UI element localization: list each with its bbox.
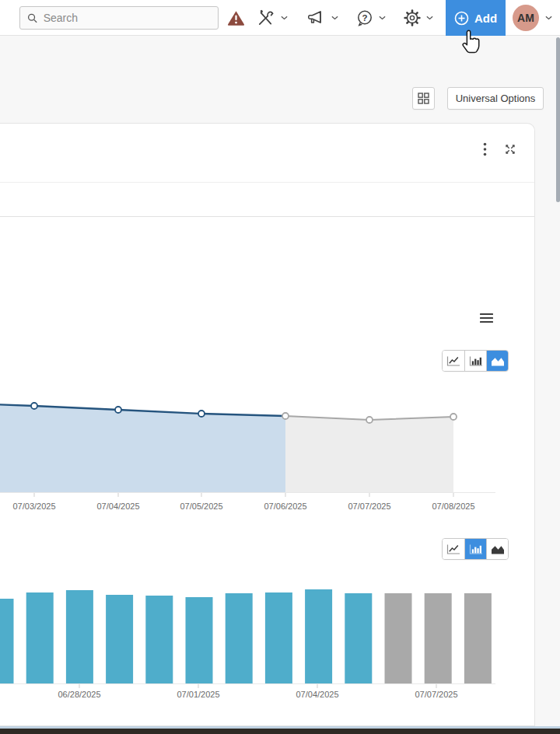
chevron-down-icon — [545, 16, 552, 20]
announcements-button[interactable] — [306, 0, 338, 36]
svg-text:?: ? — [362, 13, 367, 23]
x-axis-label: 07/04/2025 — [86, 502, 151, 511]
chart1-area-type-button[interactable] — [486, 351, 508, 371]
expand-icon — [504, 143, 516, 156]
x-axis-label: 06/28/2025 — [47, 690, 112, 699]
card-divider — [0, 216, 534, 217]
chevron-down-icon — [426, 16, 433, 20]
x-axis-label: 07/08/2025 — [421, 502, 486, 511]
area-chart-svg — [0, 373, 513, 501]
tools-menu-button[interactable] — [256, 0, 288, 36]
chart1-bar-type-button[interactable] — [464, 351, 486, 371]
hamburger-icon — [480, 311, 493, 324]
card-menu-button[interactable] — [476, 139, 493, 159]
grid-view-button[interactable] — [412, 87, 435, 110]
chart2-line-type-button[interactable] — [443, 539, 464, 559]
chart2-type-toggle — [442, 538, 509, 560]
chevron-down-icon — [379, 16, 386, 20]
card-divider — [0, 182, 534, 183]
warning-triangle-icon — [227, 10, 245, 26]
line-chart-icon — [446, 544, 460, 555]
help-button[interactable]: ? — [356, 0, 386, 36]
chart1-type-toggle — [442, 350, 509, 372]
x-axis-label: 07/06/2025 — [253, 502, 318, 511]
add-label: Add — [474, 12, 497, 25]
area-chart-icon — [491, 544, 505, 555]
chart-context-menu-button[interactable] — [476, 310, 496, 326]
gear-icon — [404, 9, 421, 26]
chart2-bar-type-button[interactable] — [464, 539, 486, 559]
card-expand-button[interactable] — [501, 140, 520, 159]
help-icon: ? — [356, 9, 373, 26]
chart2-area-type-button[interactable] — [486, 539, 508, 559]
x-axis-label: 07/01/2025 — [166, 690, 231, 699]
chevron-down-icon — [331, 16, 338, 20]
x-axis-label: 07/04/2025 — [285, 690, 350, 699]
bar-chart-icon — [469, 544, 483, 555]
x-axis-label: 07/07/2025 — [337, 502, 402, 511]
settings-button[interactable] — [404, 0, 433, 36]
bar-chart: 06/28/202507/01/202507/04/202507/07/2025 — [0, 575, 513, 706]
x-axis-label: 07/03/2025 — [2, 502, 67, 511]
bottom-edge-bar — [0, 729, 560, 734]
search-input[interactable] — [44, 12, 211, 24]
add-button[interactable]: Add — [446, 0, 506, 36]
x-axis-label: 07/05/2025 — [169, 502, 234, 511]
bar-chart-icon — [469, 355, 483, 367]
megaphone-icon — [306, 9, 326, 26]
avatar: AM — [513, 5, 539, 31]
search-box[interactable] — [19, 6, 219, 30]
chart1-line-type-button[interactable] — [443, 351, 464, 371]
alerts-button[interactable] — [227, 0, 245, 36]
line-chart-icon — [446, 355, 460, 367]
scrollbar-thumb[interactable] — [556, 37, 560, 202]
grid-icon — [418, 93, 429, 104]
kebab-icon — [483, 142, 487, 156]
chevron-down-icon — [281, 16, 288, 20]
universal-options-button[interactable]: Universal Options — [447, 87, 544, 110]
tools-icon — [256, 9, 275, 28]
plus-circle-icon — [454, 11, 469, 26]
area-chart: 07/03/202507/04/202507/05/202507/06/2025… — [0, 373, 513, 521]
bar-chart-svg — [0, 575, 513, 692]
x-axis-label: 07/07/2025 — [404, 690, 469, 699]
avatar-button[interactable]: AM — [513, 0, 552, 36]
topbar: ? Add AM — [0, 0, 560, 36]
area-chart-icon — [491, 355, 505, 367]
search-icon — [27, 12, 38, 24]
